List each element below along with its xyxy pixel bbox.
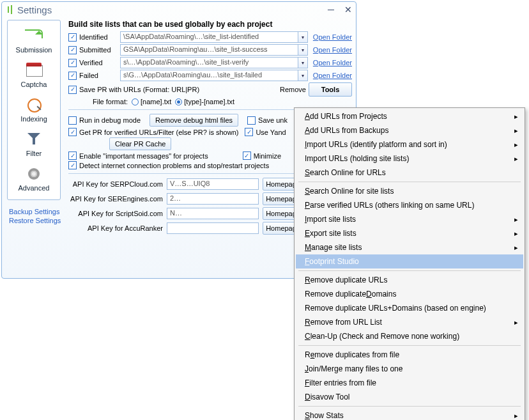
save-pr-label: Save PR with URLs (Format: URL|PR) [79, 86, 199, 93]
list-label: Failed [79, 72, 120, 79]
use-yandex-label: Use Yand [256, 128, 286, 136]
menu-item[interactable]: Filter entries from file [296, 376, 523, 390]
api-label: API Key for SERPCloud.com [68, 180, 167, 188]
list-path-dropdown[interactable]: ▾ [298, 57, 308, 68]
titlebar: Settings ─ ✕ [2, 2, 356, 17]
menu-item[interactable]: Remove from URL List [296, 315, 523, 329]
menu-item[interactable]: Remove duplicate URLs+Domains (based on … [296, 301, 523, 315]
list-path-dropdown[interactable]: ▾ [298, 44, 308, 56]
api-key-input[interactable] [167, 222, 259, 234]
list-path-dropdown[interactable]: ▾ [298, 70, 308, 81]
api-label: API Key for SEREngines.com [68, 195, 167, 203]
menu-item[interactable]: Remove duplicates from file [296, 348, 523, 362]
sidebar-item-label: Captcha [10, 81, 58, 88]
window-controls: ─ ✕ [328, 4, 352, 15]
captcha-icon [24, 61, 44, 79]
sidebar-item-advanced[interactable]: Advanced [10, 161, 58, 196]
fileformat-label: File format: [93, 98, 128, 105]
sidebar-item-filter[interactable]: Filter [10, 127, 58, 161]
api-label: API Key for AccuRanker [68, 224, 167, 232]
open-folder-link[interactable]: Open Folder [313, 46, 352, 54]
menu-item[interactable]: Manage site lists [296, 240, 523, 254]
remove-link[interactable]: Remove [280, 86, 306, 93]
menu-separator [298, 270, 521, 271]
list-checkbox[interactable] [68, 46, 77, 54]
section-heading: Build site lists that can be used global… [68, 20, 352, 29]
minimize-checkbox[interactable] [243, 152, 251, 160]
close-button[interactable]: ✕ [344, 4, 352, 15]
sidebar-item-label: Indexing [10, 115, 58, 123]
api-key-input[interactable]: N… [167, 208, 259, 219]
clear-pr-button[interactable]: Clear PR Cache [109, 137, 171, 150]
list-path-input[interactable]: s\…\AppData\Roaming\…\site_list-verify [120, 57, 298, 68]
menu-item[interactable]: Import site lists [296, 212, 523, 226]
advanced-icon [24, 165, 44, 183]
menu-item[interactable]: Import URLs (holding site lists) [296, 152, 523, 166]
sidebar-item-indexing[interactable]: Indexing [10, 92, 58, 127]
menu-item[interactable]: Footprint Studio [296, 254, 523, 268]
menu-separator [298, 345, 521, 346]
sidebar-item-submission[interactable]: Submission [10, 23, 58, 58]
list-label: Identified [79, 33, 120, 41]
sidebar-item-label: Filter [10, 150, 58, 157]
sidebar-item-captcha[interactable]: Captcha [10, 58, 58, 92]
debug-checkbox[interactable] [68, 116, 77, 125]
minimize-button[interactable]: ─ [328, 4, 334, 15]
open-folder-link[interactable]: Open Folder [313, 59, 352, 66]
list-checkbox[interactable] [68, 33, 77, 42]
use-yandex-checkbox[interactable] [245, 128, 253, 136]
api-key-input[interactable]: 2… [167, 193, 259, 205]
getpr-checkbox[interactable] [68, 128, 77, 136]
save-unk-checkbox[interactable] [247, 116, 256, 125]
detect-checkbox[interactable] [68, 161, 77, 169]
list-path-dropdown[interactable]: ▾ [298, 31, 308, 43]
list-label: Verified [79, 59, 120, 66]
tools-button[interactable]: Tools [309, 82, 352, 97]
menu-item[interactable]: Add URLs from Projects [296, 109, 523, 123]
save-pr-checkbox[interactable] [68, 86, 77, 94]
api-key-input[interactable]: V…S…UIQ8 [167, 178, 259, 190]
fileformat-radio-2[interactable] [175, 98, 182, 105]
window-title: Settings [17, 4, 52, 15]
menu-item[interactable]: Parse verified URLs (others linking on s… [296, 198, 523, 212]
menu-item[interactable]: Search Online for site lists [296, 184, 523, 198]
save-unk-label: Save unk [258, 116, 288, 124]
debug-label: Run in debug mode [79, 116, 141, 124]
sidebar-links: Backup Settings Restore Settings [5, 206, 63, 226]
list-path-input[interactable]: \SA\AppData\Roaming\…\site_list-identifi… [120, 31, 298, 43]
backup-settings-link[interactable]: Backup Settings [9, 208, 63, 215]
app-icon [6, 5, 15, 14]
detect-label: Detect internet connection problems and … [79, 162, 269, 169]
submission-icon [24, 27, 44, 45]
list-path-input[interactable]: s\G…\AppData\Roaming\au…\site_list-faile… [120, 70, 298, 81]
menu-item[interactable]: Export site lists [296, 226, 523, 240]
enable-msgs-checkbox[interactable] [68, 152, 77, 160]
menu-separator [298, 406, 521, 407]
menu-item[interactable]: Show Stats [296, 408, 523, 420]
menu-item[interactable]: Search Online for URLs [296, 166, 523, 180]
menu-item[interactable]: Disavow Tool [296, 390, 523, 404]
minimize-label: Minimize [254, 152, 281, 160]
open-folder-link[interactable]: Open Folder [313, 33, 352, 41]
getpr-label: Get PR for verified URLs/Filter (else PR… [79, 128, 238, 136]
list-checkbox[interactable] [68, 59, 77, 67]
tools-context-menu: Add URLs from ProjectsAdd URLs from Back… [294, 107, 525, 420]
menu-item[interactable]: Remove duplicate Domains [296, 287, 523, 301]
fileformat-radio-1[interactable] [132, 98, 139, 105]
menu-item[interactable]: Remove duplicate URLs [296, 273, 523, 287]
list-checkbox[interactable] [68, 72, 77, 80]
menu-item[interactable]: Join/Merge many files to one [296, 362, 523, 376]
remove-debug-button[interactable]: Remove debug html files [150, 114, 238, 127]
menu-item[interactable]: Clean-Up (Check and Remove none working) [296, 329, 523, 343]
open-folder-link[interactable]: Open Folder [313, 72, 352, 79]
indexing-icon [24, 96, 44, 114]
list-path-input[interactable]: GSA\AppData\Roaming\au…\site_list-succes… [120, 44, 298, 56]
enable-msgs-label: Enable "important messages" for projects [79, 152, 208, 160]
menu-item[interactable]: Import URLs (identify platform and sort … [296, 137, 523, 152]
menu-separator [298, 182, 521, 182]
menu-item[interactable]: Add URLs from Backups [296, 123, 523, 137]
restore-settings-link[interactable]: Restore Settings [9, 217, 63, 224]
list-label: Submitted [79, 46, 120, 54]
sidebar: Submission Captcha Indexing Filter Advan… [2, 17, 66, 278]
fileformat-opt2: [type]-[name].txt [184, 98, 234, 105]
